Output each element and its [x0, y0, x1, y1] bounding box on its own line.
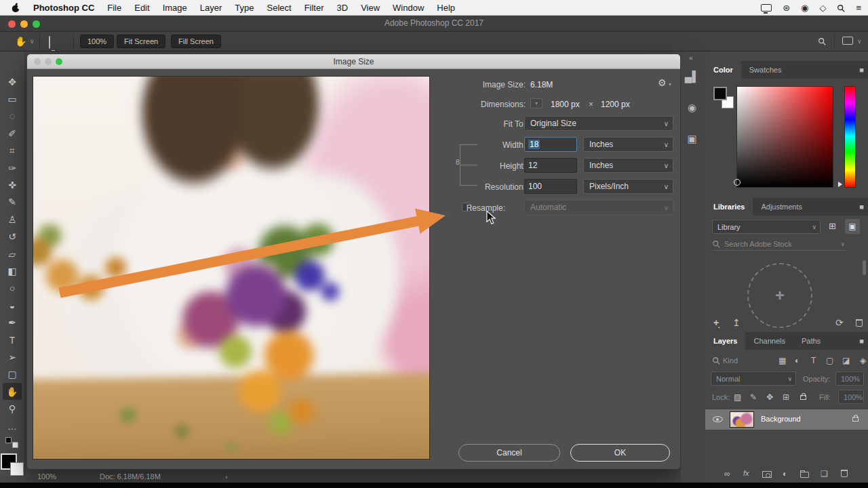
- filter-adjustment-layers-icon[interactable]: ◐: [795, 356, 800, 365]
- kind-filter-label[interactable]: Kind: [723, 357, 738, 365]
- color-field[interactable]: [736, 86, 833, 188]
- swap-colors-icon[interactable]: [5, 437, 19, 448]
- screen-mode-icon[interactable]: [49, 36, 50, 49]
- width-input[interactable]: 18: [524, 137, 577, 152]
- hand-option-chevron-icon[interactable]: ∨: [30, 38, 35, 45]
- lock-artboard-icon[interactable]: ⊞: [783, 392, 789, 402]
- move-tool[interactable]: ✥: [3, 73, 22, 90]
- menu-edit[interactable]: Edit: [134, 3, 149, 13]
- notification-center-icon[interactable]: ≡: [856, 3, 861, 13]
- blur-tool[interactable]: ○: [3, 280, 22, 297]
- fill-select[interactable]: 100%: [838, 390, 864, 404]
- history-brush-tool[interactable]: ↺: [3, 228, 22, 245]
- height-unit-select[interactable]: Inches ∨: [583, 158, 673, 173]
- hand-tool[interactable]: ✋: [3, 383, 22, 400]
- tab-swatches[interactable]: Swatches: [741, 61, 790, 79]
- lock-pixels-icon[interactable]: ✎: [750, 392, 757, 402]
- blend-mode-select[interactable]: Normal ∨: [711, 371, 796, 386]
- opacity-select[interactable]: 100%: [835, 371, 864, 386]
- menu-view[interactable]: View: [361, 3, 380, 13]
- tools-ellipsis[interactable]: …: [3, 418, 22, 434]
- search-icon[interactable]: [818, 37, 826, 45]
- filter-type-layers-icon[interactable]: T: [811, 356, 816, 365]
- empty-library-dropzone[interactable]: +: [747, 263, 812, 328]
- crop-tool[interactable]: ⌗: [3, 142, 22, 159]
- layer-mask-icon[interactable]: [762, 471, 772, 478]
- library-select[interactable]: Library ∨: [712, 220, 821, 234]
- status-zoom-level[interactable]: 100%: [37, 472, 56, 481]
- sync-icon[interactable]: ⟳: [835, 317, 844, 328]
- menu-select[interactable]: Select: [267, 3, 291, 13]
- lock-position-icon[interactable]: ✥: [766, 392, 773, 402]
- zoom-tool[interactable]: ⚲: [3, 400, 22, 417]
- menu-type[interactable]: Type: [235, 3, 254, 13]
- airplay-icon[interactable]: ◇: [819, 3, 826, 13]
- workspace-icon[interactable]: [842, 37, 853, 45]
- hue-marker-icon[interactable]: [838, 182, 842, 187]
- zoom-100-button[interactable]: 100%: [80, 35, 114, 48]
- layer-filter-search-icon[interactable]: [712, 357, 720, 365]
- new-layer-icon[interactable]: ❏: [821, 469, 828, 479]
- panel-menu-icon[interactable]: ■: [859, 66, 864, 74]
- apple-menu[interactable]: [11, 3, 20, 13]
- gradient-tool[interactable]: ◧: [3, 262, 22, 279]
- cancel-button[interactable]: Cancel: [458, 444, 560, 462]
- brush-tool[interactable]: ✎: [3, 194, 22, 211]
- fill-screen-button[interactable]: Fill Screen: [171, 35, 221, 48]
- type-tool[interactable]: T: [3, 331, 22, 348]
- panel-menu-icon[interactable]: ■: [859, 337, 864, 345]
- menu-window[interactable]: Window: [393, 3, 424, 13]
- clone-stamp-tool[interactable]: ♙: [3, 211, 22, 228]
- menu-app-name[interactable]: Photoshop CC: [33, 3, 94, 13]
- spot-healing-tool[interactable]: ✜: [3, 176, 22, 193]
- collapse-panels-icon[interactable]: «: [689, 54, 693, 62]
- tab-paths[interactable]: Paths: [793, 332, 829, 350]
- dialog-title-bar[interactable]: Image Size: [27, 54, 680, 69]
- layer-effects-icon[interactable]: fx: [743, 469, 749, 477]
- new-group-icon[interactable]: [800, 472, 809, 478]
- resolution-input[interactable]: 100: [524, 179, 577, 194]
- image-preview[interactable]: [33, 76, 430, 460]
- link-layers-icon[interactable]: ∞: [724, 469, 730, 479]
- menu-layer[interactable]: Layer: [200, 3, 222, 13]
- height-input[interactable]: 12: [524, 158, 577, 173]
- workspace-chevron-icon[interactable]: ∨: [857, 38, 862, 45]
- layer-thumbnail[interactable]: [730, 411, 754, 428]
- list-view-icon[interactable]: ▣: [845, 219, 860, 234]
- brush-settings-panel-icon[interactable]: ▄▌: [684, 68, 701, 85]
- dimensions-chevron-icon[interactable]: ▾: [530, 98, 542, 108]
- filter-smart-objects-icon[interactable]: ◪: [842, 356, 850, 365]
- lasso-tool[interactable]: ◌: [3, 108, 22, 125]
- trash-icon[interactable]: [856, 319, 863, 327]
- menu-filter[interactable]: Filter: [304, 3, 324, 13]
- status-chevron-icon[interactable]: ›: [225, 472, 228, 481]
- filter-pixel-layers-icon[interactable]: ▦: [778, 356, 786, 365]
- add-library-item-icon[interactable]: +̣: [713, 317, 719, 328]
- layer-row-background[interactable]: Background: [705, 409, 868, 430]
- ok-button[interactable]: OK: [570, 444, 670, 462]
- color-picker-ring[interactable]: [734, 179, 741, 186]
- fit-to-select[interactable]: Original Size ∨: [524, 116, 673, 131]
- color-foreground-swatch[interactable]: [713, 87, 727, 100]
- upload-icon[interactable]: ↥: [732, 317, 741, 328]
- eyedropper-tool[interactable]: ✑: [3, 159, 22, 176]
- marquee-tool[interactable]: ▭: [3, 90, 22, 107]
- clone-source-panel-icon[interactable]: ◉: [684, 99, 701, 116]
- menu-3d[interactable]: 3D: [337, 3, 349, 13]
- hue-strip[interactable]: [844, 86, 856, 188]
- creative-cloud-icon[interactable]: ⊛: [783, 3, 790, 13]
- menu-file[interactable]: File: [107, 3, 121, 13]
- filter-toggle-icon[interactable]: ◈: [860, 356, 866, 365]
- layer-visibility-eye-icon[interactable]: [713, 416, 723, 422]
- tab-color[interactable]: Color: [705, 61, 741, 79]
- grid-view-icon[interactable]: ⊞: [829, 221, 836, 231]
- tab-libraries[interactable]: Libraries: [705, 198, 753, 216]
- panel-menu-icon[interactable]: ■: [859, 203, 864, 211]
- adjustment-layer-icon[interactable]: ◐: [783, 469, 787, 479]
- pen-tool[interactable]: ✒: [3, 314, 22, 331]
- display-icon[interactable]: [761, 4, 772, 12]
- filter-shape-layers-icon[interactable]: ▢: [826, 356, 833, 365]
- lock-all-icon[interactable]: [800, 395, 806, 400]
- menu-help[interactable]: Help: [437, 3, 455, 13]
- dodge-tool[interactable]: ◒: [3, 297, 22, 314]
